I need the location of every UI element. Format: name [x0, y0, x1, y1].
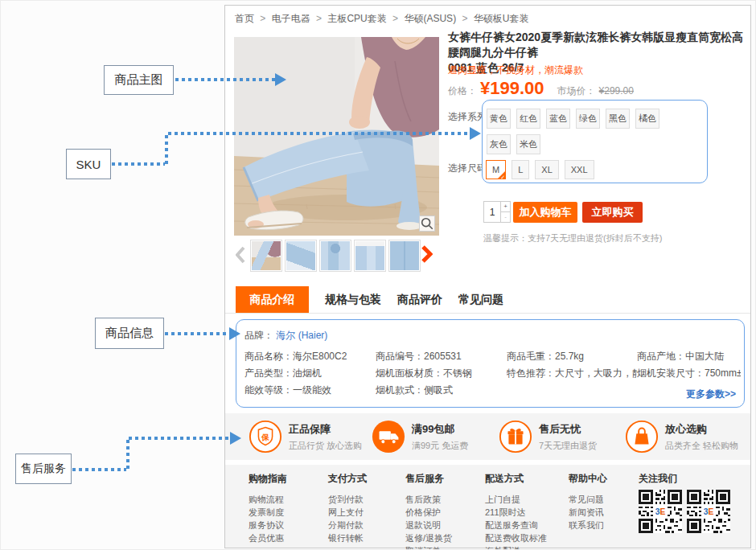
tab-spec-packaging[interactable]: 规格与包装 [325, 286, 381, 313]
sku-selector-box: 黄色 红色 蓝色 绿色 黑色 橘色 灰色 米色 M L XL XXL [482, 100, 708, 183]
quantity-increase-button[interactable]: + [501, 201, 511, 212]
buy-now-button[interactable]: 立即购买 [582, 202, 643, 223]
quantity-decrease-button[interactable]: - [501, 212, 511, 223]
footer-link[interactable]: 发票制度 [249, 506, 287, 519]
service-subtitle: 品类齐全 轻松购物 [665, 440, 738, 452]
quantity-input[interactable] [483, 201, 501, 223]
product-page-panel: 首页 > 电子电器 > 主板CPU套装 > 华硕(ASUS) > 华硕板U套装 [224, 5, 751, 548]
series-chip[interactable]: 灰色 [487, 134, 511, 154]
series-chip[interactable]: 黑色 [606, 109, 630, 129]
series-row-1: 黄色 红色 蓝色 绿色 黑色 橘色 [487, 109, 659, 129]
breadcrumb-item[interactable]: 主板CPU套装 [327, 13, 386, 24]
breadcrumb-item[interactable]: 电子电器 [272, 13, 310, 24]
return-policy-tip: 温馨提示：支持7天无理由退货(拆封后不支持) [483, 232, 662, 244]
size-chip[interactable]: L [512, 160, 529, 179]
footer-link[interactable]: 211限时达 [485, 506, 547, 519]
bag-icon [625, 420, 659, 454]
footer-link[interactable]: 售后政策 [405, 493, 452, 506]
promo-text: 遮肉显瘦，不挑身材，潮流爆款 [448, 64, 583, 77]
footer-link[interactable]: 配送费收取标准 [485, 532, 547, 544]
footer-link[interactable]: 货到付款 [328, 493, 367, 506]
size-chip[interactable]: XL [535, 160, 558, 179]
brand-label: 品牌： [244, 330, 273, 341]
zoom-magnifier-icon[interactable] [419, 215, 435, 232]
footer-column-title: 购物指南 [249, 472, 287, 486]
quantity-stepper: + - [483, 201, 511, 223]
thumbnail-2[interactable] [285, 240, 317, 272]
service-subtitle: 满99元 免运费 [412, 440, 468, 452]
footer-column-delivery: 配送方式 上门自提 211限时达 配送服务查询 配送费收取标准 海外配送 [485, 472, 547, 550]
series-chip[interactable]: 蓝色 [546, 109, 570, 129]
thumbs-prev-icon[interactable] [236, 246, 245, 267]
footer-column-title: 帮助中心 [569, 472, 607, 486]
footer-column-title: 关注我们 [639, 472, 677, 486]
arrowhead-icon [230, 432, 241, 445]
breadcrumb: 首页 > 电子电器 > 主板CPU套装 > 华硕(ASUS) > 华硕板U套装 [235, 12, 529, 26]
breadcrumb-item[interactable]: 首页 [235, 13, 254, 24]
footer-link[interactable]: 购物流程 [249, 493, 287, 506]
product-main-image[interactable] [234, 37, 439, 236]
footer-link[interactable]: 联系我们 [569, 519, 607, 532]
breadcrumb-item[interactable]: 华硕板U套装 [474, 13, 529, 24]
footer-link[interactable]: 配送服务查询 [485, 519, 547, 532]
svg-text:保: 保 [261, 433, 269, 441]
annotation-label-product-info: 商品信息 [95, 318, 164, 349]
footer-link[interactable]: 常见问题 [569, 493, 607, 506]
price-label: 价格： [448, 84, 477, 98]
truck-icon [372, 420, 405, 454]
footer-link[interactable]: 海外配送 [485, 544, 547, 550]
size-chip-selected[interactable]: M [486, 160, 506, 179]
thumbnail-3[interactable] [319, 240, 351, 272]
footer-link[interactable]: 返修/退换货 [405, 532, 452, 544]
arrowhead-icon [275, 73, 286, 86]
breadcrumb-item[interactable]: 华硕(ASUS) [404, 13, 456, 24]
thumbnail-4[interactable] [354, 240, 386, 272]
footer-link[interactable]: 价格保护 [405, 506, 452, 519]
footer-link[interactable]: 分期付款 [328, 519, 367, 532]
attr-cell: 商品编号：2605531 [376, 350, 507, 367]
service-subtitle: 7天无理由退货 [539, 440, 597, 452]
footer-link[interactable]: 会员优惠 [249, 532, 287, 544]
series-chip[interactable]: 黄色 [487, 109, 511, 129]
footer-link[interactable]: 上门自提 [485, 493, 547, 506]
attr-cell: 特色推荐：大尺寸，大吸力，静音... [507, 367, 637, 384]
size-chip[interactable]: XXL [565, 160, 594, 179]
more-params-link[interactable]: 更多参数>> [686, 388, 736, 401]
market-price-label: 市场价： [557, 84, 596, 98]
service-item: 放心选购品类齐全 轻松购物 [625, 420, 738, 454]
footer-link[interactable]: 服务协议 [249, 519, 287, 532]
attr-cell: 商品产地：中国大陆 [637, 350, 741, 367]
tab-reviews[interactable]: 商品评价 [397, 286, 442, 313]
service-title: 售后无忧 [539, 422, 597, 437]
annotation-label-after-sales: 售后服务 [15, 454, 72, 484]
series-chip[interactable]: 绿色 [576, 109, 600, 129]
series-row-2: 灰色 米色 [487, 134, 540, 154]
attr-cell: 产品类型：油烟机 [244, 367, 376, 384]
brand-link[interactable]: 海尔 (Haier) [276, 330, 327, 341]
tab-product-intro[interactable]: 商品介绍 [236, 286, 309, 313]
footer-link[interactable]: 退款说明 [405, 519, 452, 532]
footer-column-payment: 支付方式 货到付款 网上支付 分期付款 银行转帐 [328, 472, 367, 544]
footer-link[interactable]: 网上支付 [328, 506, 367, 519]
footer-column-after-sales: 售后服务 售后政策 价格保护 退款说明 返修/退换货 取消订单 [405, 472, 452, 550]
series-chip[interactable]: 红色 [516, 109, 540, 129]
thumbnail-1[interactable] [250, 240, 282, 272]
thumbnail-5[interactable] [388, 240, 421, 272]
series-chip[interactable]: 橘色 [635, 109, 659, 129]
attribute-grid: 商品名称：海尔E800C2 商品编号：2605531 商品毛重：25.7kg 商… [244, 350, 741, 400]
footer-column-help-center: 帮助中心 常见问题 新闻资讯 联系我们 [569, 472, 607, 532]
service-item: 保 正品保障正品行货 放心选购 [249, 420, 362, 454]
attr-cell: 能效等级：一级能效 [244, 384, 376, 400]
arrowhead-icon [470, 127, 481, 140]
qr-code [687, 490, 730, 533]
tab-faq[interactable]: 常见问题 [458, 286, 503, 313]
footer-link[interactable]: 银行转帐 [328, 532, 367, 544]
series-chip[interactable]: 米色 [516, 134, 540, 154]
add-to-cart-button[interactable]: 加入购物车 [513, 202, 577, 223]
price-row: 价格： ¥199.00 市场价： ¥299.00 [448, 78, 634, 99]
footer-link[interactable]: 新闻资讯 [569, 506, 607, 519]
qr-code [639, 490, 682, 533]
footer-link[interactable]: 取消订单 [405, 544, 452, 550]
attr-cell: 烟机款式：侧吸式 [376, 384, 507, 400]
thumbs-next-icon[interactable] [421, 244, 433, 267]
